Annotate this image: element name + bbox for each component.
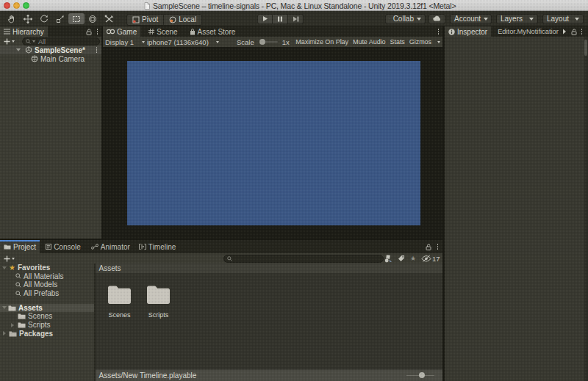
- tree-item-all-prefabs[interactable]: All Prefabs: [0, 289, 94, 298]
- create-object-button[interactable]: [1, 38, 17, 45]
- scene-menu-icon[interactable]: [96, 47, 98, 53]
- search-icon: [15, 291, 21, 297]
- display-label: Display 1: [105, 38, 134, 46]
- move-icon: [24, 15, 32, 23]
- tab-hierarchy[interactable]: Hierarchy: [0, 26, 48, 37]
- scripts-expand-icon[interactable]: [11, 323, 14, 327]
- collab-caret-icon: [417, 18, 421, 21]
- move-tool-button[interactable]: [20, 13, 36, 24]
- mute-audio-button[interactable]: Mute Audio: [352, 38, 387, 46]
- tab-inspector[interactable]: Inspector: [445, 26, 491, 37]
- tree-item-assets[interactable]: Assets: [0, 304, 94, 313]
- maximize-on-play-button[interactable]: Maximize On Play: [295, 38, 349, 46]
- layers-dropdown[interactable]: Layers: [496, 14, 538, 24]
- hidden-packages-toggle[interactable]: 17: [421, 255, 440, 263]
- lock-icon[interactable]: [571, 29, 577, 35]
- inspector-menu-icon[interactable]: [581, 29, 583, 35]
- pivot-toggle[interactable]: Pivot: [127, 15, 163, 25]
- tab-scene[interactable]: Scene: [145, 26, 181, 37]
- tree-item-scenes[interactable]: Scenes: [0, 312, 94, 321]
- create-asset-button[interactable]: [2, 255, 16, 262]
- hierarchy-tabbar: Hierarchy: [0, 26, 101, 37]
- game-panel-menu-icon[interactable]: [438, 29, 440, 35]
- account-dropdown[interactable]: Account: [450, 14, 492, 24]
- gameobject-row[interactable]: Main Camera: [0, 54, 101, 63]
- local-toggle[interactable]: Local: [163, 15, 201, 25]
- step-icon: [293, 16, 299, 22]
- scene-expand-icon[interactable]: [16, 48, 21, 51]
- search-icon: [26, 39, 31, 44]
- animator-icon: [91, 244, 98, 250]
- project-search-field[interactable]: [223, 255, 384, 263]
- tab-overflow-icon[interactable]: [562, 29, 567, 35]
- minimize-button[interactable]: [13, 2, 20, 9]
- step-button[interactable]: [288, 14, 304, 24]
- pivot-local-group: Pivot Local: [126, 14, 202, 26]
- layout-label: Layout: [547, 15, 569, 23]
- search-by-type-icon[interactable]: [384, 255, 392, 263]
- hierarchy-icon: [4, 29, 10, 35]
- inspector-scrollbar[interactable]: [584, 37, 588, 381]
- wrench-icon: [104, 15, 114, 23]
- timeline-icon: [139, 244, 146, 250]
- project-path-label: Assets: [99, 264, 121, 272]
- fullscreen-button[interactable]: [23, 2, 29, 9]
- tab-animator[interactable]: Animator: [87, 240, 134, 253]
- collab-button[interactable]: Collab: [385, 14, 426, 24]
- resolution-dropdown[interactable]: iphone7 (1136x640): [146, 37, 220, 47]
- tab-editor-mynotification[interactable]: Editor.MyNotification: [492, 26, 559, 37]
- scale-value: 1x: [282, 38, 290, 46]
- scene-view-icon: [148, 29, 154, 35]
- hand-tool-button[interactable]: [4, 13, 20, 24]
- favorites-expand-icon[interactable]: [2, 266, 7, 269]
- tab-project[interactable]: Project: [0, 240, 40, 253]
- hierarchy-menu-icon[interactable]: [97, 29, 98, 35]
- tree-item-all-materials[interactable]: All Materials: [0, 272, 94, 281]
- resolution-caret-icon: [216, 41, 219, 43]
- tree-item-all-models[interactable]: All Models: [0, 280, 94, 289]
- tab-timeline[interactable]: Timeline: [135, 240, 179, 253]
- icon-size-slider[interactable]: [406, 375, 434, 377]
- packages-expand-icon[interactable]: [3, 331, 6, 335]
- asset-folder-scenes[interactable]: Scenes: [98, 283, 142, 319]
- pause-icon: [277, 16, 283, 22]
- tab-console[interactable]: Console: [42, 240, 85, 253]
- tab-game[interactable]: Game: [103, 26, 140, 37]
- folder-icon: [9, 330, 17, 337]
- close-button[interactable]: [4, 2, 10, 9]
- hierarchy-search-field[interactable]: All: [22, 37, 100, 46]
- display-dropdown[interactable]: Display 1: [104, 37, 146, 47]
- search-by-label-icon[interactable]: [398, 255, 405, 262]
- pause-button[interactable]: [273, 14, 288, 24]
- scale-slider[interactable]: [262, 41, 278, 43]
- project-menu-icon[interactable]: [437, 244, 439, 250]
- gizmos-dropdown[interactable]: Gizmos: [409, 38, 441, 46]
- tree-item-scripts[interactable]: Scripts: [0, 321, 94, 330]
- assets-expand-icon[interactable]: [2, 306, 7, 309]
- scale-label: Scale: [237, 38, 254, 46]
- scale-tool-button[interactable]: [52, 13, 68, 24]
- tab-asset-store[interactable]: Asset Store: [186, 26, 240, 37]
- tree-item-favorites[interactable]: ★ Favorites: [0, 264, 94, 272]
- cloud-button[interactable]: [429, 14, 445, 24]
- inspector-tabbar: Inspector Editor.MyNotification: [445, 26, 588, 37]
- custom-tools-button[interactable]: [101, 13, 117, 24]
- layout-dropdown[interactable]: Layout: [542, 14, 584, 24]
- stats-button[interactable]: Stats: [390, 38, 406, 46]
- play-button[interactable]: [257, 14, 273, 24]
- asset-folder-scripts[interactable]: Scripts: [137, 283, 181, 319]
- tree-item-packages[interactable]: Packages: [0, 329, 94, 338]
- plus-icon: [4, 38, 10, 45]
- scene-row[interactable]: SampleScene*: [0, 46, 101, 54]
- lock-icon[interactable]: [426, 244, 431, 250]
- rotate-tool-button[interactable]: [36, 13, 52, 24]
- save-search-star-icon[interactable]: ★: [410, 255, 416, 262]
- account-caret-icon: [484, 18, 488, 21]
- gameobject-name: Main Camera: [40, 55, 85, 63]
- lock-icon[interactable]: [86, 29, 92, 35]
- project-statusbar: Assets/New Timeline.playable: [96, 369, 443, 381]
- rect-tool-button[interactable]: [68, 13, 85, 24]
- create-caret-icon: [12, 40, 15, 43]
- transform-tool-button[interactable]: [85, 13, 101, 24]
- folder-icon: [18, 322, 26, 328]
